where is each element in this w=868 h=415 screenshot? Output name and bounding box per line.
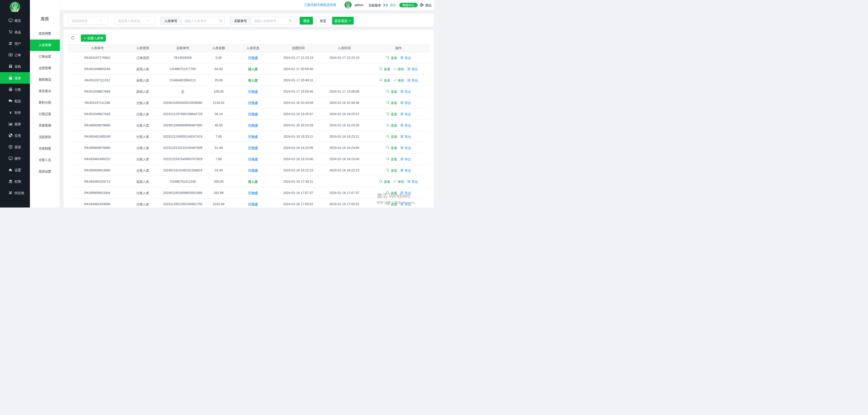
svg-text:1: 1 [10, 54, 11, 56]
svg-text:¥: ¥ [10, 110, 12, 114]
svg-text:WAN XIANG YOU XIAN: WAN XIANG YOU XIAN [346, 8, 350, 8]
svg-text:WAN XIANG YOU XIAN: WAN XIANG YOU XIAN [12, 11, 18, 12]
